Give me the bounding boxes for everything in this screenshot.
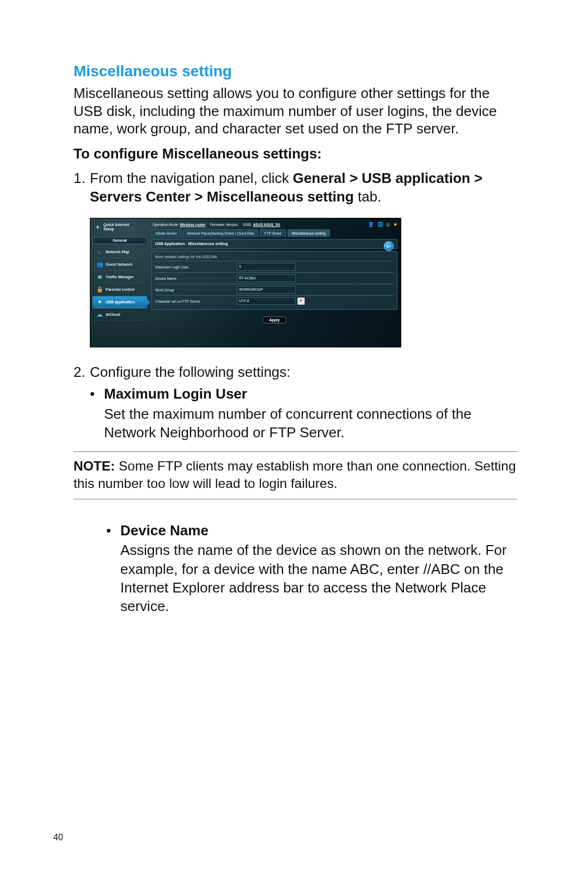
panel-header: USB Application - Miscellaneous setting … — [151, 239, 397, 249]
panel-body: More detailed settings for the USB Disk.… — [151, 251, 397, 310]
bullet-device-name-section: • Device Name Assigns the name of the de… — [106, 521, 517, 616]
device-name-label: Device Name — [155, 277, 237, 280]
lock-icon: 🔒 — [96, 286, 103, 293]
bullet-dot: • — [106, 521, 120, 616]
star-icon[interactable]: ★ — [393, 222, 397, 227]
sidebar-item-usb-application[interactable]: ✦ USB application — [93, 296, 147, 308]
cloud-icon: ☁ — [96, 311, 103, 318]
ssid-label: SSID: — [243, 223, 252, 227]
sidebar-item-parental-control[interactable]: 🔒 Parental control — [93, 284, 147, 296]
step-1-text-a: From the navigation panel, click — [90, 170, 293, 186]
sidebar-item-traffic-manager[interactable]: ≋ Traffic Manager — [93, 271, 147, 283]
work-group-input[interactable]: WORKGROUP — [237, 286, 296, 294]
charset-label: Character set on FTP Server — [155, 300, 237, 303]
info-bar: Operation Mode: Wireless router Firmware… — [151, 221, 397, 229]
tabs: Media Server Network Place(Samba) Share … — [151, 229, 397, 237]
sidebar-item-label: Network Map — [106, 250, 130, 254]
tab-media-server[interactable]: Media Server — [151, 229, 181, 237]
charset-value: UTF-8 — [237, 297, 296, 305]
row-device-name: Device Name RT-AC66U — [155, 272, 394, 284]
apply-row: Apply — [151, 312, 397, 323]
bullet-max-login: • Maximum Login User Set the maximum num… — [90, 384, 517, 442]
tab-ftp-share[interactable]: FTP Share — [260, 229, 285, 237]
row-charset: Character set on FTP Server UTF-8 ▾ — [155, 295, 394, 307]
subsection-heading: To configure Miscellaneous settings: — [74, 145, 517, 162]
chevron-down-icon: ▾ — [297, 297, 305, 305]
network-map-icon: ⌂ — [96, 248, 103, 255]
section-title: Miscellaneous setting — [74, 63, 517, 80]
bullet-max-login-title: Maximum Login User — [104, 384, 517, 403]
step-1-body: From the navigation panel, click General… — [90, 169, 517, 206]
bullet-dot: • — [90, 384, 104, 442]
step-1: 1. From the navigation panel, click Gene… — [74, 169, 517, 206]
page-number: 40 — [53, 833, 63, 842]
quick-internet-setup-label: Quick InternetSetup — [103, 223, 129, 231]
user-icon[interactable]: 👤 — [368, 222, 374, 227]
status-icons: 👤 🌐 ψ ★ — [368, 222, 397, 227]
row-work-group: Work Group WORKGROUP — [155, 284, 394, 295]
traffic-manager-icon: ≋ — [96, 273, 103, 280]
bullet-device-name: • Device Name Assigns the name of the de… — [106, 521, 517, 616]
step-1-number: 1. — [74, 169, 90, 206]
sidebar-item-label: Parental control — [106, 288, 134, 291]
work-group-label: Work Group — [155, 288, 237, 292]
sidebar-group-general: General — [93, 237, 147, 244]
main-panel: Operation Mode: Wireless router Firmware… — [149, 218, 401, 347]
sidebar-item-network-map[interactable]: ⌂ Network Map — [93, 246, 147, 258]
step-2-number: 2. — [74, 363, 90, 442]
sidebar-item-guest-network[interactable]: 👥 Guest Network — [93, 259, 147, 271]
max-login-label: Maximum Login User — [155, 265, 237, 269]
step-2-body: Configure the following settings: • Maxi… — [90, 363, 517, 442]
screenshot: ✦ Quick InternetSetup General ⌂ Network … — [90, 218, 401, 347]
bullet-device-name-desc: Assigns the name of the device as shown … — [120, 541, 517, 615]
quick-internet-setup[interactable]: ✦ Quick InternetSetup — [90, 221, 149, 237]
note-body: Some FTP clients may establish more than… — [74, 459, 516, 491]
step-2-text: Configure the following settings: — [90, 364, 291, 380]
sidebar-item-label: Guest Network — [106, 262, 132, 266]
back-button[interactable]: ↩ — [384, 241, 394, 251]
tab-network-place[interactable]: Network Place(Samba) Share / Cloud Disk — [183, 229, 259, 237]
charset-select[interactable]: UTF-8 ▾ — [237, 297, 305, 305]
globe-icon[interactable]: 🌐 — [377, 222, 383, 227]
usb-application-icon: ✦ — [96, 298, 103, 305]
op-mode-value[interactable]: Wireless router — [180, 223, 205, 227]
sidebar-item-label: USB application — [106, 300, 135, 304]
guest-network-icon: 👥 — [96, 261, 103, 268]
max-login-input[interactable]: 5 — [237, 263, 296, 271]
step-2: 2. Configure the following settings: • M… — [74, 363, 517, 442]
sidebar: ✦ Quick InternetSetup General ⌂ Network … — [90, 218, 149, 347]
panel-subtitle: More detailed settings for the USB Disk. — [155, 254, 394, 261]
ssid-value[interactable]: ASUS ASUS_5G — [253, 223, 280, 227]
note-block: NOTE: Some FTP clients may establish mor… — [74, 451, 517, 499]
firmware-label: Firmware Version: — [210, 223, 238, 227]
device-name-input[interactable]: RT-AC66U — [237, 274, 296, 282]
sidebar-item-label: AiCloud — [106, 313, 120, 316]
bullet-device-name-title: Device Name — [120, 521, 517, 540]
op-mode-label: Operation Mode: — [152, 223, 179, 227]
row-max-login: Maximum Login User 5 — [155, 261, 394, 272]
wand-icon: ✦ — [94, 223, 101, 231]
panel-title: USB Application - Miscellaneous setting — [155, 242, 394, 246]
sidebar-item-label: Traffic Manager — [106, 275, 134, 279]
note-label: NOTE: — [74, 459, 115, 473]
usb-icon[interactable]: ψ — [387, 222, 390, 227]
sidebar-item-aicloud[interactable]: ☁ AiCloud — [93, 309, 147, 321]
bullet-max-login-desc: Set the maximum number of concurrent con… — [104, 405, 517, 442]
step-1-text-c: tab. — [354, 188, 382, 205]
apply-button[interactable]: Apply — [262, 316, 286, 323]
intro-paragraph: Miscellaneous setting allows you to conf… — [74, 84, 517, 138]
tab-miscellaneous-setting[interactable]: Miscellaneous setting — [287, 229, 330, 237]
back-arrow-icon: ↩ — [387, 243, 391, 249]
